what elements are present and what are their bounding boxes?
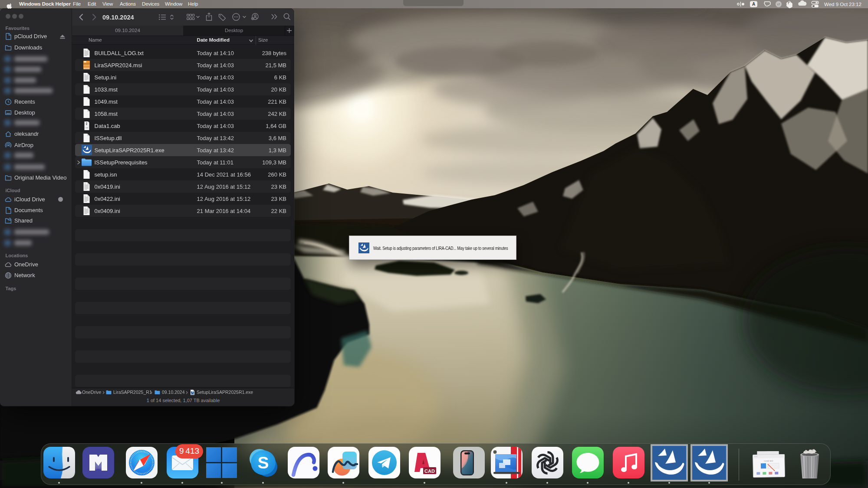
- svg-text:ARCHIVE: ARCHIVE: [84, 67, 89, 69]
- svg-text:23:12: 23:12: [849, 2, 861, 7]
- svg-text:CAB: CAB: [85, 127, 88, 129]
- svg-text:CAD: CAD: [424, 468, 435, 474]
- svg-text:S: S: [257, 453, 269, 472]
- svg-text:Create New: Create New: [764, 460, 773, 462]
- svg-text:Wed 9 Oct: Wed 9 Oct: [824, 2, 848, 7]
- svg-text:LT: LT: [777, 3, 780, 6]
- svg-text:A: A: [752, 2, 755, 7]
